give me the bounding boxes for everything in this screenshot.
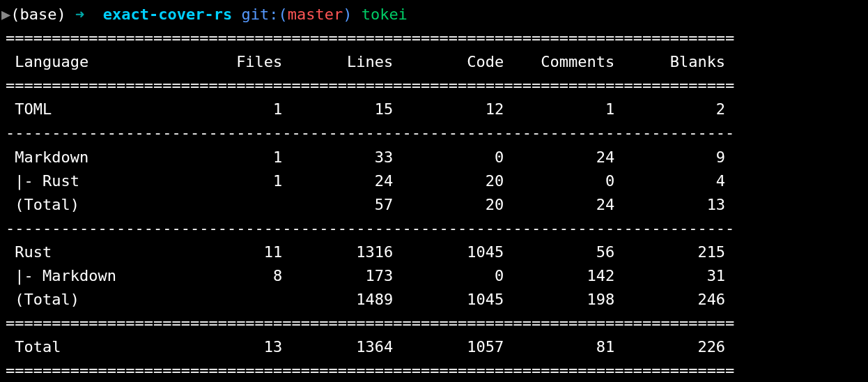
- arrow-icon: ➜: [75, 6, 84, 23]
- cwd-path: exact-cover-rs: [103, 6, 232, 23]
- output-line: ========================================…: [6, 74, 868, 98]
- output-line: TOML 1 15 12 1 2: [6, 98, 868, 121]
- output-line: |- Markdown 8 173 0 142 31: [6, 264, 868, 288]
- output-line: Language Files Lines Code Comments Blank…: [6, 50, 868, 74]
- command-text: tokei: [362, 6, 408, 23]
- shell-prompt[interactable]: ▶(base) ➜ exact-cover-rs git:(master) to…: [0, 3, 868, 26]
- output-line: |- Rust 1 24 20 0 4: [6, 169, 868, 193]
- output-line: (Total) 1489 1045 198 246: [6, 288, 868, 312]
- output-line: Rust 11 1316 1045 56 215: [6, 240, 868, 264]
- prompt-caret-icon: ▶: [1, 6, 10, 23]
- output-line: ========================================…: [6, 312, 868, 335]
- git-branch: master: [288, 6, 343, 23]
- paren-close: ): [343, 6, 352, 23]
- conda-env: (base): [10, 6, 65, 23]
- output-line: ----------------------------------------…: [6, 217, 868, 240]
- paren-open: (: [278, 6, 287, 23]
- output-line: (Total) 57 20 24 13: [6, 193, 868, 217]
- output-line: Markdown 1 33 0 24 9: [6, 146, 868, 169]
- output-line: ========================================…: [6, 359, 868, 382]
- tokei-output: ========================================…: [0, 26, 868, 382]
- git-label: git:: [241, 6, 278, 23]
- output-line: ========================================…: [6, 26, 868, 50]
- output-line: Total 13 1364 1057 81 226: [6, 335, 868, 359]
- output-line: ----------------------------------------…: [6, 121, 868, 145]
